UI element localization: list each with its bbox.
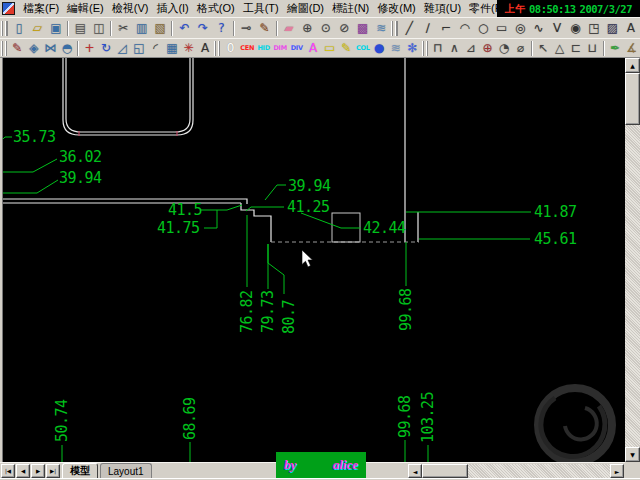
print-preview-icon[interactable]: ◫ xyxy=(90,20,108,37)
dim-radius-icon[interactable]: ◔ xyxy=(496,40,513,57)
spline-icon[interactable]: ∿ xyxy=(529,20,547,37)
single-text-icon[interactable]: A xyxy=(622,20,640,37)
toolbar-drag-handle[interactable] xyxy=(422,41,428,56)
tab-nav-last-button[interactable]: ▶| xyxy=(46,464,60,478)
arc-icon[interactable]: ◠ xyxy=(456,20,474,37)
sketch-pencil-icon[interactable]: ✎ xyxy=(9,40,26,57)
make-block-icon[interactable]: ◳ xyxy=(585,20,603,37)
text-style-icon[interactable]: A xyxy=(305,40,322,57)
match-properties-icon[interactable]: ✎ xyxy=(255,20,273,37)
sphere-icon[interactable]: ● xyxy=(371,40,388,57)
construction-line-icon[interactable]: ∕ xyxy=(419,20,437,37)
menu-draw[interactable]: 繪圖(D) xyxy=(283,0,328,17)
stretch-icon[interactable]: ◱ xyxy=(131,40,148,57)
toolbar-separator xyxy=(233,21,235,36)
tab-layout1[interactable]: Layout1 xyxy=(100,463,152,478)
vertical-scrollbar[interactable]: ▲ ▼ xyxy=(625,58,640,462)
layer-hid-icon[interactable]: HID xyxy=(255,40,272,57)
help-icon[interactable]: ? xyxy=(212,20,230,37)
quick-leader-icon[interactable]: ↖ xyxy=(535,40,552,57)
circle-icon[interactable]: ○ xyxy=(474,20,492,37)
cut-scissors-icon[interactable]: ✂ xyxy=(114,20,132,37)
toolbar-drag-handle[interactable] xyxy=(214,41,220,56)
ellipse-icon[interactable]: ◉ xyxy=(566,20,584,37)
menu-dimension[interactable]: 標註(N) xyxy=(328,0,373,17)
tab-nav-next-button[interactable]: ▶ xyxy=(31,464,45,478)
mirror-icon[interactable]: ⋈ xyxy=(42,40,59,57)
menu-view[interactable]: 檢視(V) xyxy=(108,0,153,17)
erase-marker-icon[interactable]: ▰ xyxy=(280,20,298,37)
dim-continue-icon[interactable]: ⊔ xyxy=(584,40,601,57)
scroll-up-button[interactable]: ▲ xyxy=(625,58,640,73)
line-icon[interactable]: ╱ xyxy=(400,20,418,37)
scale-icon[interactable]: ◿ xyxy=(114,40,131,57)
app-icon[interactable] xyxy=(2,2,15,15)
polyline-icon[interactable]: ⌐ xyxy=(437,20,455,37)
donut-icon[interactable]: ◎ xyxy=(511,20,529,37)
dim-diameter-icon[interactable]: ⌀ xyxy=(512,40,529,57)
edit-text-icon[interactable]: A xyxy=(197,40,214,57)
new-file-icon[interactable]: ▯ xyxy=(10,20,28,37)
dim-update-icon[interactable]: ∡ xyxy=(623,40,640,57)
dim-baseline-icon[interactable]: ⊏ xyxy=(568,40,585,57)
layer-stack-icon[interactable]: ≋ xyxy=(372,20,390,37)
zoom-previous-icon[interactable]: ⊘ xyxy=(335,20,353,37)
explode-icon[interactable]: ✳ xyxy=(180,40,197,57)
array-icon[interactable]: ▦ xyxy=(164,40,181,57)
layer-cen-icon[interactable]: CEN xyxy=(239,40,256,57)
fillet-icon[interactable]: ◜ xyxy=(147,40,164,57)
layer-div-icon[interactable]: DIV xyxy=(288,40,305,57)
layer-zero-icon[interactable]: 0 xyxy=(222,40,239,57)
polyline-edit-icon[interactable]: V xyxy=(548,20,566,37)
copy-object-icon[interactable]: ◈ xyxy=(26,40,43,57)
rotate-icon[interactable]: ↻ xyxy=(98,40,115,57)
tab-nav-previous-button[interactable]: ◀ xyxy=(16,464,30,478)
move-icon[interactable]: + xyxy=(81,40,98,57)
active-layout-icon[interactable]: ▭ xyxy=(321,40,338,57)
hyperlink-icon[interactable]: ⊸ xyxy=(237,20,255,37)
scroll-right-button[interactable]: ► xyxy=(610,464,624,478)
open-folder-icon[interactable]: ▱ xyxy=(28,20,46,37)
menu-misc[interactable]: 雜項(U) xyxy=(420,0,465,17)
rectangle-icon[interactable]: ▭ xyxy=(492,20,510,37)
toolbar-drag-handle[interactable] xyxy=(1,41,7,56)
menu-insert[interactable]: 插入(I) xyxy=(152,0,192,17)
render-icon[interactable]: ▩ xyxy=(354,20,372,37)
dim-aligned-icon[interactable]: ∧ xyxy=(446,40,463,57)
menu-edit[interactable]: 編輯(E) xyxy=(63,0,108,17)
menu-format[interactable]: 格式(O) xyxy=(193,0,239,17)
dim-angular-icon[interactable]: ⊿ xyxy=(463,40,480,57)
layer-dim-icon[interactable]: DIM xyxy=(272,40,289,57)
copy-icon[interactable]: ▥ xyxy=(133,20,151,37)
dim-edit-icon[interactable]: ✒ xyxy=(607,40,624,57)
drawing-canvas[interactable]: 35.73 36.02 39.94 39.94 41.25 41.5 41.75… xyxy=(0,58,625,462)
tolerance-icon[interactable]: △ xyxy=(551,40,568,57)
print-icon[interactable]: ▤ xyxy=(71,20,89,37)
offset-icon[interactable]: ◓ xyxy=(59,40,76,57)
vertical-scroll-thumb[interactable] xyxy=(625,73,640,125)
zoom-realtime-icon[interactable]: ⊙ xyxy=(317,20,335,37)
scroll-down-button[interactable]: ▼ xyxy=(625,447,640,462)
layer-manager-icon[interactable]: ≋ xyxy=(388,40,405,57)
tab-nav-first-button[interactable]: |◀ xyxy=(1,464,15,478)
paste-icon[interactable]: ▧ xyxy=(151,20,169,37)
undo-icon[interactable]: ↶ xyxy=(175,20,193,37)
toolbar-drag-handle[interactable] xyxy=(1,21,8,36)
toolbar-drag-handle[interactable] xyxy=(391,21,398,36)
horizontal-scroll-thumb[interactable] xyxy=(422,464,468,478)
horizontal-scrollbar[interactable]: ◄ ► xyxy=(408,464,624,478)
save-floppy-icon[interactable]: ▣ xyxy=(47,20,65,37)
color-control-icon[interactable]: COL xyxy=(355,40,372,57)
edit-polyline-icon[interactable]: ✎ xyxy=(338,40,355,57)
dim-center-icon[interactable]: ⊕ xyxy=(479,40,496,57)
hatch-icon[interactable]: ▨ xyxy=(603,20,621,37)
menu-file[interactable]: 檔案(F) xyxy=(19,0,63,17)
scroll-left-button[interactable]: ◄ xyxy=(408,464,422,478)
zoom-in-icon[interactable]: ⊕ xyxy=(298,20,316,37)
menu-tools[interactable]: 工具(T) xyxy=(239,0,283,17)
tab-model[interactable]: 模型 xyxy=(62,463,98,478)
dim-linear-icon[interactable]: ⊓ xyxy=(430,40,447,57)
menu-modify[interactable]: 修改(M) xyxy=(373,0,420,17)
freeze-icon[interactable]: ✻ xyxy=(404,40,421,57)
redo-icon[interactable]: ↷ xyxy=(194,20,212,37)
